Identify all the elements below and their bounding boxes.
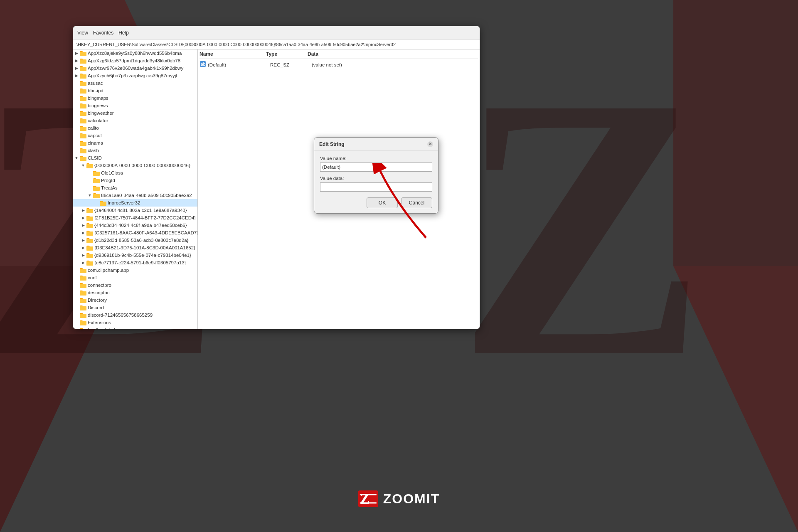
tree-item[interactable]: {d1b22d3d-8585-53a6-acb3-0e803c7e8d2a}	[73, 236, 197, 244]
folder-icon	[86, 252, 93, 258]
tree-arrow[interactable]	[73, 289, 80, 296]
tree-item[interactable]: AppXzc8ajeke9yt5s0y88h6hvwqd556b4bma	[73, 49, 197, 57]
tree-arrow[interactable]	[73, 110, 80, 116]
tree-item[interactable]: {0003000A-0000-0000-C000-000000000046}	[73, 162, 197, 169]
dialog-close-button[interactable]: ✕	[427, 141, 433, 147]
tree-arrow[interactable]	[93, 200, 100, 206]
tree-arrow[interactable]	[73, 297, 80, 303]
menu-view[interactable]: View	[77, 30, 88, 36]
tree-arrow[interactable]	[73, 65, 80, 71]
tree-item[interactable]: bbc-ipd	[73, 87, 197, 94]
tree-item-label: {d9369181b-9c4b-555e-074a-c79314be04e1}	[94, 253, 191, 258]
tree-item[interactable]: AppXzwr976v2e060wada4gabrk1x69h2dbwy	[73, 64, 197, 72]
edit-string-dialog[interactable]: Edit String ✕ Value name: Value data: OK…	[314, 137, 438, 214]
tree-arrow[interactable]	[80, 229, 86, 236]
tree-item[interactable]: com.clipchamp.app	[73, 266, 197, 274]
tree-pane[interactable]: AppXzc8ajeke9yt5s0y88h6hvwqd556b4bma App…	[73, 49, 198, 329]
tree-item[interactable]: calculator	[73, 117, 197, 124]
value-data-input[interactable]	[320, 182, 432, 192]
tree-arrow[interactable]	[73, 132, 80, 139]
tree-item-label: AppXzg6fdzp57dpmt1dqardd3y48kkx0qb78	[88, 58, 180, 63]
tree-item[interactable]: {e8c77137-e224-5791-b6e9-ff0305797a13}	[73, 259, 197, 266]
tree-arrow[interactable]	[73, 274, 80, 281]
folder-icon	[80, 95, 86, 101]
folder-icon	[80, 267, 86, 273]
tree-item[interactable]: clash	[73, 147, 197, 154]
cancel-button[interactable]: Cancel	[401, 197, 432, 208]
menu-help[interactable]: Help	[118, 30, 129, 36]
tree-arrow[interactable]	[73, 327, 80, 329]
col-type: Type	[266, 51, 308, 57]
value-name-label: Value name:	[320, 156, 432, 161]
tree-item[interactable]: callto	[73, 124, 197, 132]
menu-favorites[interactable]: Favorites	[93, 30, 113, 36]
tree-arrow[interactable]	[86, 170, 93, 176]
tree-arrow[interactable]	[73, 102, 80, 109]
svg-rect-16	[80, 119, 86, 123]
tree-arrow[interactable]	[73, 304, 80, 311]
tree-arrow[interactable]	[86, 192, 93, 199]
tree-arrow[interactable]	[73, 282, 80, 288]
tree-item[interactable]: {444c3d34-4024-4c6f-a9da-b47eed58ceb6}	[73, 222, 197, 229]
tree-arrow[interactable]	[73, 87, 80, 94]
tree-item[interactable]: conf	[73, 274, 197, 281]
tree-item[interactable]: Discord	[73, 304, 197, 311]
tree-arrow[interactable]	[80, 237, 86, 244]
tree-item[interactable]: AppXzych6jbn7p3xzarpfwgxas39g87myyjf	[73, 72, 197, 79]
tree-arrow[interactable]	[80, 244, 86, 251]
tree-item-label: clash	[88, 148, 99, 153]
tree-item[interactable]: ProgId	[73, 177, 197, 184]
tree-arrow[interactable]	[80, 214, 86, 221]
tree-arrow[interactable]	[73, 80, 80, 86]
tree-item[interactable]: Ole1Class	[73, 169, 197, 177]
tree-arrow[interactable]	[73, 117, 80, 124]
tree-item[interactable]: descriptbc	[73, 289, 197, 296]
tree-item[interactable]: InprocServer32	[73, 199, 197, 207]
tree-arrow[interactable]	[73, 95, 80, 101]
tree-arrow[interactable]	[86, 185, 93, 191]
tree-item[interactable]: discord-712465656758665259	[73, 311, 197, 319]
tree-arrow[interactable]	[80, 207, 86, 214]
tree-arrow[interactable]	[80, 162, 86, 169]
tree-item[interactable]: Extensions	[73, 319, 197, 326]
tree-item[interactable]: capcut	[73, 132, 197, 139]
tree-item[interactable]: bingnews	[73, 102, 197, 109]
tree-item[interactable]: {2F81B25E-7507-4844-BFF2-77D2CC24CED4}	[73, 214, 197, 222]
tree-arrow[interactable]	[80, 252, 86, 259]
tree-item[interactable]: CLSID	[73, 154, 197, 162]
tree-item[interactable]: bingweather	[73, 109, 197, 117]
ok-button[interactable]: OK	[367, 197, 398, 208]
tree-arrow[interactable]	[80, 222, 86, 229]
svg-rect-10	[80, 74, 86, 79]
tree-item[interactable]: asusac	[73, 79, 197, 87]
tree-arrow[interactable]	[73, 147, 80, 154]
svg-rect-29	[86, 217, 93, 221]
tree-item[interactable]: cinama	[73, 139, 197, 147]
tree-item-label: calculator	[88, 118, 108, 123]
tree-arrow[interactable]	[73, 57, 80, 64]
tree-item[interactable]: {d9369181b-9c4b-555e-074a-c79314be04e1}	[73, 251, 197, 259]
tree-arrow[interactable]	[73, 267, 80, 273]
tree-arrow[interactable]	[80, 259, 86, 266]
tree-item[interactable]: connectpro	[73, 281, 197, 289]
tree-arrow[interactable]	[73, 155, 80, 161]
tree-item[interactable]: {C3257161-8AAC-480F-A643-4DDE5EBCAAD7}	[73, 229, 197, 236]
tree-item[interactable]: bingmaps	[73, 94, 197, 102]
tree-item[interactable]: {1a46400f-4c81-802a-c2c1-1e9a687a9340}	[73, 207, 197, 214]
tree-arrow[interactable]	[73, 72, 80, 79]
folder-icon	[80, 140, 86, 146]
tree-item[interactable]: AppXzg6fdzp57dpmt1dqardd3y48kkx0qb78	[73, 57, 197, 64]
tree-arrow[interactable]	[86, 177, 93, 184]
tree-arrow[interactable]	[73, 140, 80, 146]
table-row[interactable]: ab(Default)REG_SZ(value not set)	[200, 60, 478, 69]
tree-arrow[interactable]	[73, 125, 80, 131]
tree-item[interactable]: Directory	[73, 296, 197, 304]
value-name-input[interactable]	[320, 163, 432, 172]
tree-item[interactable]: feedback-hub	[73, 326, 197, 329]
tree-item[interactable]: 86ca1aa0-34aa-4e8b-a509-50c905bae2a2	[73, 192, 197, 199]
tree-arrow[interactable]	[73, 319, 80, 326]
tree-item[interactable]: TreatAs	[73, 184, 197, 192]
tree-item[interactable]: {D3E34B21-9D75-101A-8C3D-00AA001A1652}	[73, 244, 197, 251]
tree-arrow[interactable]	[73, 50, 80, 57]
tree-arrow[interactable]	[73, 312, 80, 318]
